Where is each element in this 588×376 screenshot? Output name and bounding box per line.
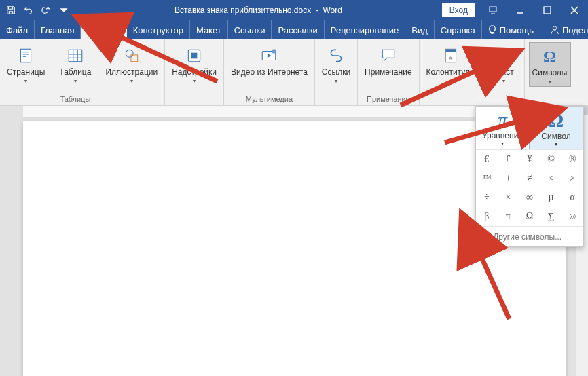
window-title: Вставка знака приблизительно.docx - Word: [75, 5, 442, 15]
ribbon: Страницы ▾ Таблица ▾ Таблицы Иллюстрации…: [0, 39, 588, 106]
group-tables: Таблица ▾ Таблицы: [52, 39, 98, 105]
close-button[interactable]: [561, 0, 588, 20]
symbol-cell[interactable]: µ: [540, 188, 562, 207]
more-symbols-button[interactable]: Ω Другие символы...: [476, 226, 583, 246]
symbol-cell[interactable]: ™: [476, 169, 498, 188]
tab-mailings[interactable]: Рассылки: [272, 20, 324, 39]
share-button[interactable]: Поделиться: [545, 20, 588, 39]
symbols-grid: € £ ¥ © ® ™ ± ≠ ≤ ≥ ÷ × ∞ µ α β π Ω ∑ ☺: [476, 150, 583, 226]
online-video-button[interactable]: Видео из Интернета: [228, 42, 310, 78]
symbol-cell[interactable]: ±: [498, 169, 519, 188]
tab-file[interactable]: Файл: [0, 20, 35, 39]
omega-icon: Ω: [481, 231, 489, 242]
undo-button[interactable]: [20, 2, 37, 18]
symbol-cell[interactable]: α: [562, 188, 583, 207]
links-button[interactable]: Ссылки ▾: [319, 42, 353, 86]
group-links: Ссылки ▾: [315, 39, 358, 105]
symbol-cell[interactable]: Ω: [519, 207, 540, 226]
omega-icon: Ω: [539, 45, 561, 67]
svg-rect-15: [445, 49, 456, 52]
symbol-cell[interactable]: ®: [562, 150, 583, 169]
doc-name: Вставка знака приблизительно.docx: [174, 5, 311, 15]
symbol-cell[interactable]: ©: [540, 150, 562, 169]
svg-rect-7: [69, 50, 82, 61]
tell-me[interactable]: Помощь: [482, 20, 539, 39]
symbol-cell[interactable]: ∑: [540, 207, 562, 226]
annotation-arrow: [435, 112, 543, 155]
svg-rect-6: [21, 49, 31, 62]
app-name: Word: [323, 5, 342, 15]
minimize-button[interactable]: [507, 0, 534, 20]
table-button[interactable]: Таблица ▾: [56, 42, 94, 86]
title-bar: Вставка знака приблизительно.docx - Word…: [0, 0, 588, 20]
maximize-button[interactable]: [534, 0, 561, 20]
svg-text:#: #: [449, 55, 453, 62]
chevron-down-icon: ▾: [24, 78, 27, 84]
annotation-arrow: [441, 244, 523, 328]
symbol-cell[interactable]: ☺: [562, 207, 583, 226]
symbol-cell[interactable]: ∞: [519, 188, 540, 207]
omega-icon: Ω: [549, 110, 564, 132]
tab-help[interactable]: Справка: [435, 20, 482, 39]
quick-access-toolbar: [0, 2, 75, 18]
table-icon: [65, 45, 86, 67]
group-pages: Страницы ▾: [0, 39, 52, 105]
tab-references[interactable]: Ссылки: [228, 20, 272, 39]
page-icon: [15, 45, 37, 67]
login-button[interactable]: Вход: [442, 3, 475, 17]
chevron-down-icon: ▾: [74, 78, 77, 84]
svg-point-13: [272, 49, 277, 54]
ribbon-options-button[interactable]: [479, 0, 507, 20]
symbol-cell[interactable]: ÷: [476, 188, 498, 207]
video-icon: [258, 45, 280, 67]
tab-home[interactable]: Главная: [35, 20, 81, 39]
window-controls: Вход: [442, 0, 588, 20]
chevron-down-icon: ▾: [549, 79, 551, 85]
qat-dropdown[interactable]: [56, 2, 72, 18]
tab-view[interactable]: Вид: [405, 20, 435, 39]
save-button[interactable]: [3, 2, 19, 18]
svg-rect-0: [490, 7, 496, 12]
svg-text:A: A: [500, 51, 507, 61]
tab-review[interactable]: Рецензирование: [325, 20, 405, 39]
symbol-cell[interactable]: π: [498, 207, 519, 226]
person-icon: [550, 25, 559, 35]
redo-button[interactable]: [38, 2, 54, 18]
lightbulb-icon: [488, 25, 497, 35]
symbol-cell[interactable]: ≥: [562, 169, 583, 188]
group-symbols: Ω Символы ▾: [525, 39, 575, 105]
symbol-cell[interactable]: ≠: [519, 169, 540, 188]
link-icon: [325, 45, 347, 67]
annotation-arrow: [102, 27, 224, 98]
chevron-down-icon: ▾: [335, 78, 337, 84]
symbols-button[interactable]: Ω Символы ▾: [529, 42, 571, 87]
symbol-cell[interactable]: β: [476, 207, 498, 226]
symbol-cell[interactable]: ≤: [540, 169, 562, 188]
pages-button[interactable]: Страницы ▾: [4, 42, 48, 86]
chevron-down-icon: ▾: [555, 141, 557, 147]
svg-rect-1: [544, 7, 551, 14]
chevron-down-icon: ▾: [502, 78, 505, 84]
symbol-cell[interactable]: ×: [498, 188, 519, 207]
annotation-arrow: [390, 61, 499, 118]
ribbon-tabs: Файл Главная Вставка Конструктор Макет С…: [0, 20, 588, 39]
group-media: Видео из Интернета Мультимедиа: [224, 39, 315, 105]
svg-point-2: [553, 26, 556, 30]
